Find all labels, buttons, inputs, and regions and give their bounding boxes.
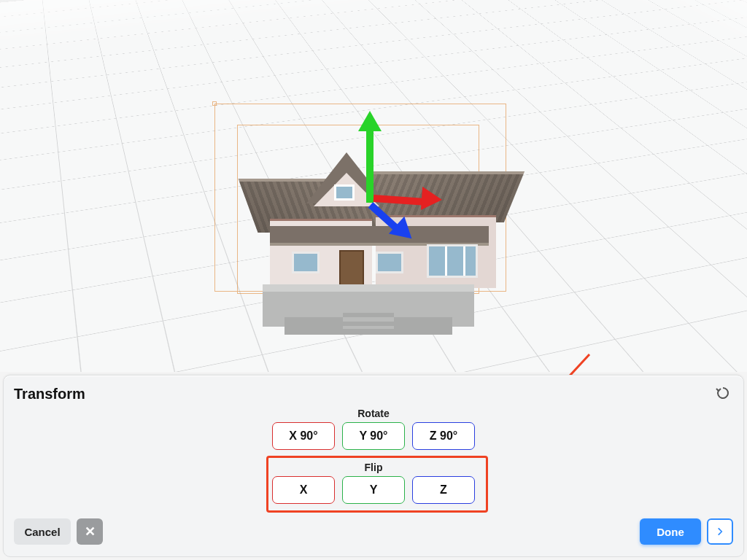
rotate-y-button[interactable]: Y 90° (342, 422, 405, 450)
next-button[interactable] (707, 518, 733, 545)
flip-y-button[interactable]: Y (342, 476, 405, 504)
flip-label: Flip (4, 462, 743, 473)
rotate-label: Rotate (4, 408, 743, 419)
undo-button[interactable] (713, 383, 733, 403)
flip-z-button[interactable]: Z (412, 476, 475, 504)
rotate-row: X 90° Y 90° Z 90° (4, 422, 743, 450)
viewport-3d[interactable] (0, 0, 747, 372)
panel-title: Transform (14, 386, 85, 402)
cancel-button[interactable]: Cancel (14, 518, 71, 545)
transform-panel: Transform Rotate X 90° Y 90° Z 90° Flip … (3, 375, 744, 557)
done-button[interactable]: Done (640, 518, 701, 545)
chevron-right-icon (715, 526, 725, 537)
panel-footer: Cancel ✕ Done (4, 518, 743, 548)
rotate-x-button[interactable]: X 90° (272, 422, 335, 450)
flip-x-button[interactable]: X (272, 476, 335, 504)
rotate-z-button[interactable]: Z 90° (412, 422, 475, 450)
grid-floor (0, 0, 747, 372)
undo-icon (714, 384, 732, 402)
close-button[interactable]: ✕ (77, 518, 103, 545)
flip-row: X Y Z (4, 476, 743, 504)
